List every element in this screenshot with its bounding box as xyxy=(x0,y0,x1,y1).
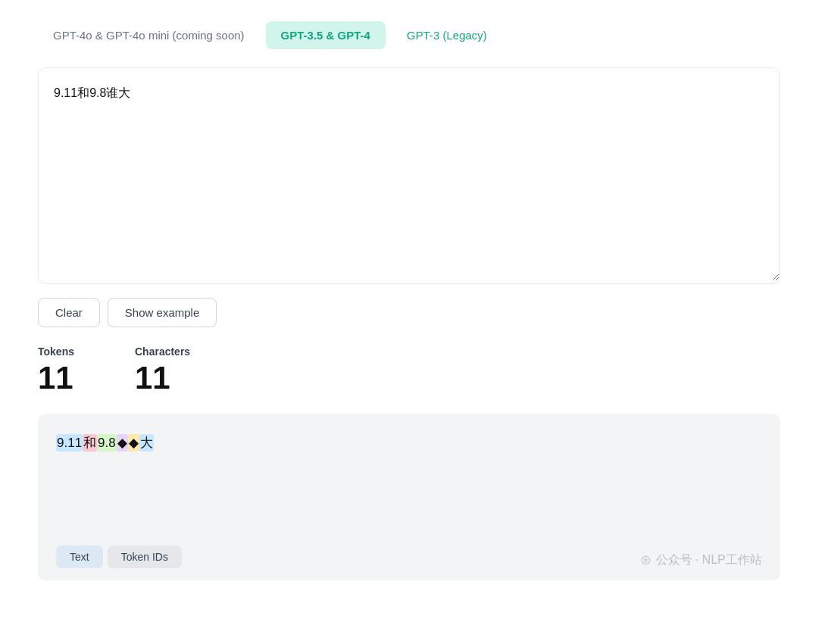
tab-token-ids[interactable]: Token IDs xyxy=(108,546,182,568)
token-4: ◆ xyxy=(117,434,128,452)
action-buttons: Clear Show example xyxy=(38,298,780,327)
watermark-text: 公众号 · NLP工作站 xyxy=(656,552,762,568)
text-input[interactable]: 9.11和9.8谁大 xyxy=(39,68,779,280)
input-area: 9.11和9.8谁大 xyxy=(38,67,780,284)
token-2: 和 xyxy=(83,434,97,452)
tokens-value: 11 xyxy=(38,361,74,395)
tokens-stat: Tokens 11 xyxy=(38,345,74,395)
characters-stat: Characters 11 xyxy=(135,345,190,395)
tab-gpt3[interactable]: GPT-3 (Legacy) xyxy=(392,21,502,49)
bottom-tab-bar: Text Token IDs xyxy=(56,546,182,568)
wechat-icon: ⊛ xyxy=(640,552,651,568)
token-1: 9.11 xyxy=(56,434,83,452)
token-5: ◆ xyxy=(128,434,139,452)
tab-gpt35[interactable]: GPT-3.5 & GPT-4 xyxy=(266,21,386,49)
token-panel: 9.11和9.8◆◆大 Text Token IDs ⊛ 公众号 · NLP工作… xyxy=(38,414,780,580)
token-6: 大 xyxy=(139,434,154,452)
token-visualization: 9.11和9.8◆◆大 xyxy=(56,432,762,455)
stats-row: Tokens 11 Characters 11 xyxy=(38,345,780,395)
show-example-button[interactable]: Show example xyxy=(108,298,217,327)
token-3: 9.8 xyxy=(97,434,117,452)
tab-text[interactable]: Text xyxy=(56,546,103,568)
characters-label: Characters xyxy=(135,345,190,358)
tokens-label: Tokens xyxy=(38,345,74,358)
clear-button[interactable]: Clear xyxy=(38,298,100,327)
watermark: ⊛ 公众号 · NLP工作站 xyxy=(640,552,762,568)
characters-value: 11 xyxy=(135,361,190,395)
tab-bar: GPT-4o & GPT-4o mini (coming soon) GPT-3… xyxy=(38,15,780,55)
tab-gpt4o[interactable]: GPT-4o & GPT-4o mini (coming soon) xyxy=(38,21,260,49)
